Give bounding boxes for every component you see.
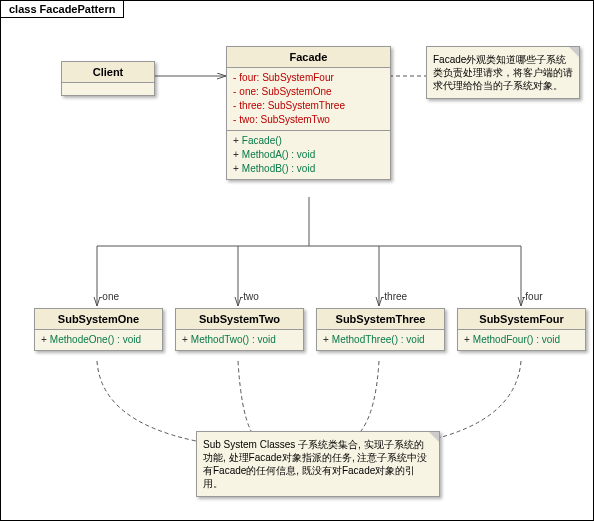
class-client: Client [61, 61, 155, 96]
note-fold-icon [569, 47, 579, 57]
attribute-section: -four: SubSystemFour-one: SubSystemOne-t… [227, 68, 390, 131]
class-subsystemfour: SubSystemFour+MethodFour() : void [457, 308, 586, 351]
class-title: SubSystemTwo [176, 309, 303, 330]
class-subsystemone: SubSystemOne+MethodeOne() : void [34, 308, 163, 351]
method-section: +Facade()+MethodA() : void+MethodB() : v… [227, 131, 390, 179]
class-title: SubSystemFour [458, 309, 585, 330]
class-title: SubSystemOne [35, 309, 162, 330]
role-label: -four [522, 291, 543, 302]
diagram-title: class FacadePattern [1, 1, 124, 18]
note-subsystems: Sub System Classes 子系统类集合, 实现子系统的功能, 处理F… [196, 431, 440, 497]
class-subsystemthree: SubSystemThree+MethodThree() : void [316, 308, 445, 351]
class-subsystemtwo: SubSystemTwo+MethodTwo() : void [175, 308, 304, 351]
class-facade: Facade -four: SubSystemFour-one: SubSyst… [226, 46, 391, 180]
class-title: Client [62, 62, 154, 83]
class-title: Facade [227, 47, 390, 68]
role-label: -three [381, 291, 407, 302]
class-title: SubSystemThree [317, 309, 444, 330]
note-fold-icon [429, 432, 439, 442]
role-label: -one [99, 291, 119, 302]
role-label: -two [240, 291, 259, 302]
diagram-frame: class FacadePattern Client Facade -four: [0, 0, 594, 521]
note-facade: Facade外观类知道哪些子系统类负责处理请求，将客户端的请求代理给恰当的子系统… [426, 46, 580, 99]
